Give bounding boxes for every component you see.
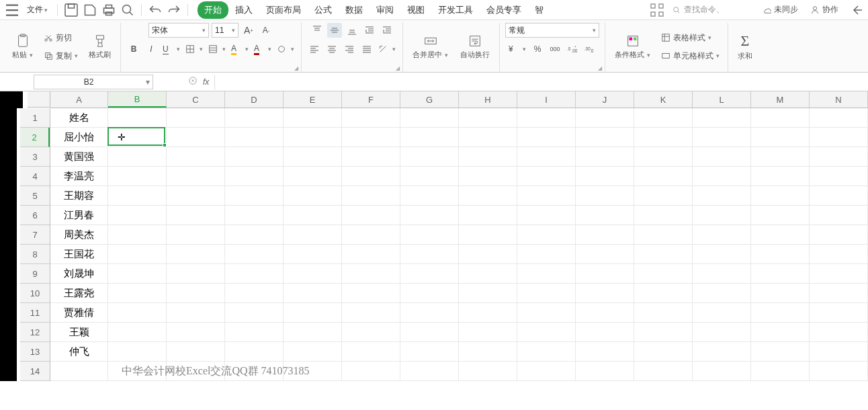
cell[interactable]: 贾雅倩: [50, 303, 108, 323]
cell[interactable]: [284, 264, 342, 284]
cell[interactable]: [693, 186, 751, 206]
borders-button[interactable]: ▾: [184, 42, 204, 56]
cell[interactable]: [810, 284, 868, 303]
cell[interactable]: [342, 284, 400, 303]
tab-insert[interactable]: 插入: [228, 1, 259, 19]
cell[interactable]: [342, 186, 400, 206]
cell[interactable]: [693, 264, 751, 284]
cell[interactable]: [167, 342, 225, 362]
cell[interactable]: [108, 225, 167, 245]
cell[interactable]: [517, 245, 576, 264]
font-name-select[interactable]: 宋体▾: [148, 23, 209, 38]
print-preview-icon[interactable]: [82, 2, 98, 18]
cell[interactable]: [167, 128, 225, 147]
cell[interactable]: [634, 108, 693, 128]
cell[interactable]: [751, 362, 810, 381]
increase-decimal-button[interactable]: .0.00: [565, 42, 580, 56]
cell[interactable]: [400, 128, 459, 147]
cell[interactable]: [284, 323, 342, 342]
cell[interactable]: [108, 245, 167, 264]
cell[interactable]: [284, 147, 342, 167]
cell[interactable]: [225, 167, 284, 186]
cell[interactable]: [459, 147, 517, 167]
cell[interactable]: [751, 206, 810, 225]
cell[interactable]: [400, 186, 459, 206]
cell[interactable]: [400, 362, 459, 381]
cell[interactable]: [576, 167, 634, 186]
cell[interactable]: [810, 362, 868, 381]
cell[interactable]: [576, 245, 634, 264]
cell[interactable]: 仲飞: [50, 342, 108, 362]
file-menu[interactable]: 文件▾: [23, 4, 52, 15]
cell[interactable]: 王期容: [50, 186, 108, 206]
cell[interactable]: [693, 225, 751, 245]
row-header[interactable]: 2: [20, 128, 50, 147]
cell[interactable]: [810, 303, 868, 323]
italic-button[interactable]: I: [144, 42, 159, 56]
cell[interactable]: [284, 108, 342, 128]
cell[interactable]: [810, 342, 868, 362]
cell[interactable]: [693, 128, 751, 147]
cell[interactable]: [693, 323, 751, 342]
preview-icon[interactable]: [120, 2, 136, 18]
increase-indent-button[interactable]: [380, 23, 394, 38]
row-header[interactable]: 10: [20, 284, 50, 303]
tab-data[interactable]: 数据: [339, 1, 370, 19]
cell[interactable]: [167, 108, 225, 128]
cell[interactable]: [108, 342, 167, 362]
cell[interactable]: [810, 186, 868, 206]
print-icon[interactable]: [101, 2, 117, 18]
align-middle-button[interactable]: [327, 23, 342, 38]
cell[interactable]: [517, 147, 576, 167]
cell-style-button[interactable]: 单元格样式▾: [658, 49, 722, 63]
cell[interactable]: [342, 128, 400, 147]
cell[interactable]: [284, 206, 342, 225]
cell[interactable]: [400, 245, 459, 264]
autosum-button[interactable]: Σ求和: [734, 31, 756, 63]
tab-review[interactable]: 审阅: [370, 1, 400, 19]
cell[interactable]: [634, 128, 693, 147]
merge-center-button[interactable]: 合并居中▾: [408, 32, 452, 61]
cell[interactable]: [50, 362, 108, 381]
tab-formula[interactable]: 公式: [308, 1, 339, 19]
cell[interactable]: [576, 147, 634, 167]
cell[interactable]: [517, 225, 576, 245]
cell[interactable]: [576, 108, 634, 128]
cell[interactable]: [751, 186, 810, 206]
cell[interactable]: [459, 245, 517, 264]
undo-icon[interactable]: [147, 2, 163, 18]
justify-button[interactable]: [359, 42, 374, 56]
cell[interactable]: [225, 206, 284, 225]
cell[interactable]: [342, 264, 400, 284]
cell[interactable]: [634, 186, 693, 206]
cell[interactable]: [517, 284, 576, 303]
column-header[interactable]: C: [167, 91, 225, 108]
column-header[interactable]: J: [576, 91, 634, 108]
bold-button[interactable]: B: [126, 42, 141, 56]
cell[interactable]: [751, 303, 810, 323]
cell[interactable]: [576, 342, 634, 362]
cell[interactable]: [751, 167, 810, 186]
cell[interactable]: [167, 245, 225, 264]
percent-button[interactable]: %: [530, 42, 545, 56]
cell[interactable]: [108, 323, 167, 342]
cell[interactable]: [167, 303, 225, 323]
align-top-button[interactable]: [310, 23, 324, 38]
cell[interactable]: [810, 128, 868, 147]
cell[interactable]: [517, 186, 576, 206]
fx-label[interactable]: fx: [203, 77, 209, 87]
cell[interactable]: 江男春: [50, 206, 108, 225]
cell[interactable]: [517, 206, 576, 225]
highlight-button[interactable]: ▾: [275, 42, 296, 56]
orientation-button[interactable]: ▾: [377, 42, 397, 56]
cell[interactable]: [167, 284, 225, 303]
cell[interactable]: [751, 128, 810, 147]
font-group-launcher-icon[interactable]: ◢: [294, 65, 301, 72]
increase-font-button[interactable]: A+: [241, 23, 256, 38]
align-center-button[interactable]: [324, 42, 339, 56]
align-bottom-button[interactable]: [345, 23, 359, 38]
cell[interactable]: [517, 323, 576, 342]
row-header[interactable]: 1: [20, 108, 50, 128]
number-format-select[interactable]: 常规▾: [505, 23, 599, 38]
cell[interactable]: [342, 225, 400, 245]
